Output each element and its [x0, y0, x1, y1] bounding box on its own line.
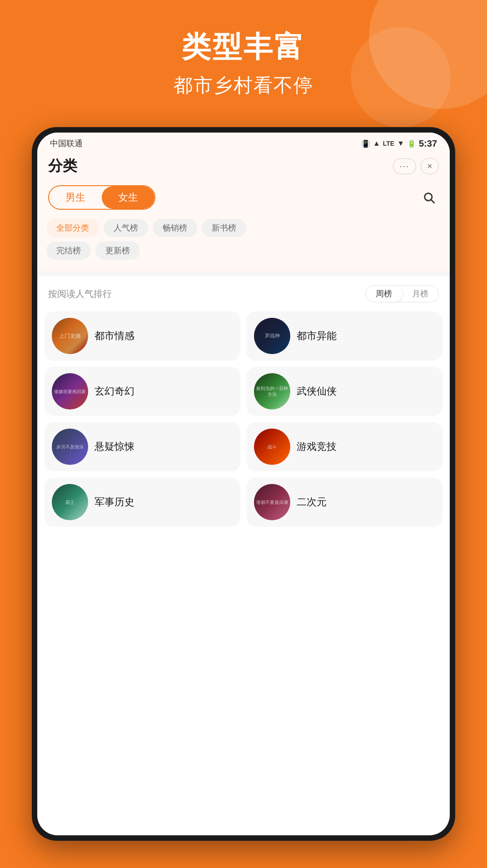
category-name-martial: 武侠仙侠 [297, 385, 337, 398]
status-icons: 📳 ▲ LTE ▼ 🔋 5:37 [361, 138, 437, 149]
carrier-label: 中国联通 [50, 138, 83, 149]
category-cover-martial: 捡到当的一百种方法 [254, 373, 290, 409]
category-cover-anime: 谁都不要逃深渊 [254, 484, 290, 520]
category-name-urban-power: 都市异能 [297, 329, 337, 343]
tab-male[interactable]: 男生 [49, 186, 102, 209]
category-cover-game: 战斗 [254, 429, 290, 465]
filter-popular[interactable]: 人气榜 [104, 219, 148, 237]
category-cover-urban-romance: 上门龙婿 [52, 318, 88, 354]
more-options-button[interactable]: ··· [393, 158, 416, 174]
category-filters: 全部分类 人气榜 畅销榜 新书榜 完结榜 更新榜 [37, 219, 450, 271]
vibrate-icon: 📳 [361, 139, 370, 148]
category-card-mystery[interactable]: 岁月不及情深 悬疑惊悚 [45, 422, 240, 471]
content-area[interactable]: 按阅读人气排行 周榜 月榜 上门龙婿 都市情感 罗战神 [37, 276, 450, 835]
tab-monthly[interactable]: 月榜 [402, 286, 438, 302]
signal-icon: ▲ [373, 139, 380, 148]
filter-new[interactable]: 新书榜 [202, 219, 246, 237]
ranking-header: 按阅读人气排行 周榜 月榜 [37, 276, 450, 308]
status-bar: 中国联通 📳 ▲ LTE ▼ 🔋 5:37 [37, 133, 450, 153]
category-cover-mystery: 岁月不及情深 [52, 429, 88, 465]
ranking-tab-container: 周榜 月榜 [365, 285, 439, 302]
lte-icon: LTE [383, 140, 394, 147]
wifi-icon: ▼ [397, 139, 404, 148]
app-header: 分类 ··· × [37, 153, 450, 183]
tab-weekly[interactable]: 周榜 [366, 286, 402, 302]
gender-tab-container: 男生 女生 [48, 185, 155, 210]
category-cover-urban-power: 罗战神 [254, 318, 290, 354]
app-title: 分类 [48, 156, 77, 176]
svg-line-1 [431, 200, 434, 202]
filter-row-2: 完结榜 更新榜 [46, 242, 441, 260]
category-card-martial[interactable]: 捡到当的一百种方法 武侠仙侠 [247, 367, 442, 416]
category-name-game: 游戏竞技 [297, 440, 337, 454]
category-card-urban-power[interactable]: 罗战神 都市异能 [247, 311, 442, 360]
ranking-label: 按阅读人气排行 [48, 288, 112, 300]
category-name-urban-romance: 都市情感 [94, 329, 134, 343]
category-name-history: 军事历史 [94, 495, 134, 509]
category-name-anime: 二次元 [297, 495, 327, 509]
phone-frame: 中国联通 📳 ▲ LTE ▼ 🔋 5:37 分类 ··· × 男生 女生 [32, 127, 455, 841]
gender-tabs: 男生 女生 [37, 183, 450, 219]
header-actions: ··· × [393, 158, 439, 174]
filter-bestseller[interactable]: 畅销榜 [153, 219, 197, 237]
close-button[interactable]: × [421, 158, 439, 174]
category-card-fantasy[interactable]: 傲嫁前妻抱回家 玄幻奇幻 [45, 367, 240, 416]
search-button[interactable] [419, 187, 439, 207]
category-card-anime[interactable]: 谁都不要逃深渊 二次元 [247, 478, 442, 527]
filter-updated[interactable]: 更新榜 [95, 242, 140, 260]
filter-completed[interactable]: 完结榜 [46, 242, 91, 260]
phone-screen: 中国联通 📳 ▲ LTE ▼ 🔋 5:37 分类 ··· × 男生 女生 [37, 133, 450, 835]
filter-all[interactable]: 全部分类 [46, 219, 99, 237]
tab-female[interactable]: 女生 [102, 186, 154, 209]
filter-row-1: 全部分类 人气榜 畅销榜 新书榜 [46, 219, 441, 237]
category-grid: 上门龙婿 都市情感 罗战神 都市异能 傲嫁前妻抱回家 玄幻奇幻 [37, 308, 450, 534]
category-cover-fantasy: 傲嫁前妻抱回家 [52, 373, 88, 409]
status-time: 5:37 [419, 138, 437, 149]
hero-subtitle: 都市乡村看不停 [0, 73, 487, 98]
category-cover-history: 霸王 [52, 484, 88, 520]
category-name-mystery: 悬疑惊悚 [94, 440, 134, 454]
category-card-history[interactable]: 霸王 军事历史 [45, 478, 240, 527]
category-name-fantasy: 玄幻奇幻 [94, 385, 134, 398]
hero-title: 类型丰富 [0, 27, 487, 67]
category-card-urban-romance[interactable]: 上门龙婿 都市情感 [45, 311, 240, 360]
category-card-game[interactable]: 战斗 游戏竞技 [247, 422, 442, 471]
section-divider [37, 271, 450, 276]
battery-icon: 🔋 [407, 139, 416, 148]
